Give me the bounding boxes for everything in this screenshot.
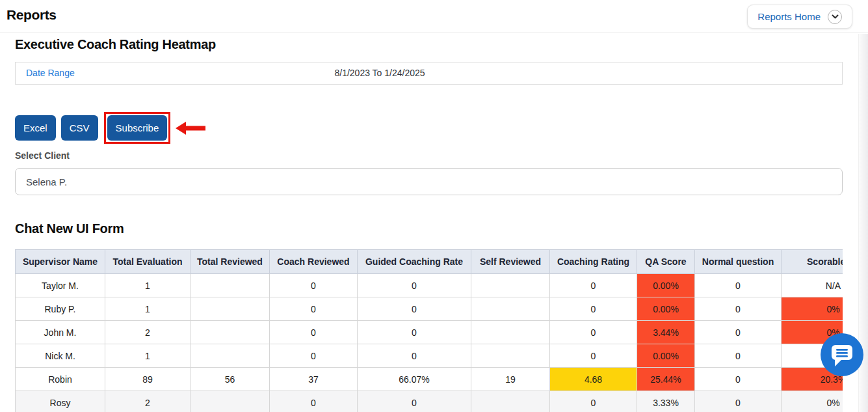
table-cell: 0.00% xyxy=(637,297,695,321)
table-cell: 0 xyxy=(358,321,471,344)
table-cell: 1 xyxy=(105,297,191,321)
table-cell: 0.00% xyxy=(637,344,695,368)
table-cell: 1 xyxy=(105,274,191,297)
table-cell xyxy=(471,297,550,321)
table-row: Ruby P.10000.00%00% xyxy=(16,297,843,321)
table-cell: 0 xyxy=(550,321,637,344)
select-client-label: Select Client xyxy=(15,150,70,161)
table-cell xyxy=(191,391,270,412)
table-cell xyxy=(191,321,270,344)
table-cell xyxy=(191,344,270,368)
table-cell: 3.33% xyxy=(637,391,695,412)
table-cell: 0.00% xyxy=(637,274,695,297)
table-cell: 0 xyxy=(550,344,637,368)
table-cell: 0 xyxy=(270,297,358,321)
table-cell: N/A xyxy=(782,274,843,297)
table-cell: 0 xyxy=(550,297,637,321)
column-header: QA Score xyxy=(637,250,695,274)
table-row: Nick M.10000.00%0 xyxy=(16,344,843,368)
table-cell: 25.44% xyxy=(637,368,695,391)
table-title: Chat New UI Form xyxy=(15,221,124,236)
column-header: Supervisor Name xyxy=(16,250,105,274)
table-cell: 0 xyxy=(358,274,471,297)
table-cell: 0% xyxy=(782,391,843,412)
table-cell: 0 xyxy=(270,321,358,344)
table-cell: 19 xyxy=(471,368,550,391)
column-header: Normal question xyxy=(695,250,782,274)
export-controls: Excel CSV Subscribe xyxy=(15,112,206,144)
csv-button[interactable]: CSV xyxy=(61,115,98,141)
date-range-value: 8/1/2023 To 1/24/2025 xyxy=(16,68,744,78)
table-cell: 56 xyxy=(191,368,270,391)
table-cell: 0 xyxy=(270,344,358,368)
table-cell: John M. xyxy=(16,321,105,344)
date-range-bar: Date Range 8/1/2023 To 1/24/2025 xyxy=(15,62,843,85)
column-header: Scorable Ca xyxy=(782,250,843,274)
table-cell xyxy=(471,391,550,412)
table-cell: 0 xyxy=(270,274,358,297)
table-cell: 0 xyxy=(695,368,782,391)
table-cell xyxy=(471,274,550,297)
table-cell xyxy=(191,297,270,321)
table-cell: 4.68 xyxy=(550,368,637,391)
column-header: Guided Coaching Rate xyxy=(358,250,471,274)
reports-home-button[interactable]: Reports Home xyxy=(747,5,852,29)
table-cell: 0 xyxy=(270,391,358,412)
column-header: Self Reviewed xyxy=(471,250,550,274)
table-cell: 0 xyxy=(695,274,782,297)
report-title: Executive Coach Rating Heatmap xyxy=(15,37,216,52)
table-cell: Nick M. xyxy=(16,344,105,368)
table-cell: 0 xyxy=(550,391,637,412)
table-cell: 89 xyxy=(105,368,191,391)
table-cell: 0 xyxy=(695,391,782,412)
table-header-row: Supervisor NameTotal EvaluationTotal Rev… xyxy=(16,250,843,274)
table-row: Robin89563766.07%194.6825.44%020.3% xyxy=(16,368,843,391)
table-row: Taylor M.10000.00%0N/A xyxy=(16,274,843,297)
table-cell: 0 xyxy=(695,297,782,321)
heatmap-table-container: Supervisor NameTotal EvaluationTotal Rev… xyxy=(15,249,843,412)
table-cell: Robin xyxy=(16,368,105,391)
table-cell: 2 xyxy=(105,391,191,412)
subscribe-highlight-box: Subscribe xyxy=(104,112,171,144)
table-cell xyxy=(191,274,270,297)
column-header: Total Reviewed xyxy=(191,250,270,274)
table-cell: 37 xyxy=(270,368,358,391)
table-row: Rosy20003.33%00% xyxy=(16,391,843,412)
column-header: Total Evaluation xyxy=(105,250,191,274)
table-row: John M.20003.44%00% xyxy=(16,321,843,344)
table-cell: 3.44% xyxy=(637,321,695,344)
table-cell: 0% xyxy=(782,297,843,321)
subscribe-button[interactable]: Subscribe xyxy=(107,115,168,141)
top-bar: Reports Reports Home xyxy=(0,0,868,33)
column-header: Coaching Rating xyxy=(550,250,637,274)
table-cell: 0 xyxy=(550,274,637,297)
client-input[interactable] xyxy=(15,168,843,195)
table-cell: 0 xyxy=(358,391,471,412)
reports-home-label: Reports Home xyxy=(757,11,821,22)
table-cell xyxy=(471,321,550,344)
table-cell: 2 xyxy=(105,321,191,344)
heatmap-table: Supervisor NameTotal EvaluationTotal Rev… xyxy=(15,249,843,412)
table-cell: Rosy xyxy=(16,391,105,412)
table-cell xyxy=(471,344,550,368)
table-cell: 0 xyxy=(695,321,782,344)
table-cell: 1 xyxy=(105,344,191,368)
table-cell: Taylor M. xyxy=(16,274,105,297)
table-cell: 0 xyxy=(695,344,782,368)
column-header: Coach Reviewed xyxy=(270,250,358,274)
chat-bubble-icon[interactable] xyxy=(821,333,863,376)
table-cell: 0 xyxy=(358,297,471,321)
excel-button[interactable]: Excel xyxy=(15,115,56,141)
chevron-down-icon xyxy=(828,10,842,24)
red-left-arrow-icon xyxy=(176,122,206,135)
table-cell: 0 xyxy=(358,344,471,368)
table-cell: 66.07% xyxy=(358,368,471,391)
page-title: Reports xyxy=(7,7,57,23)
table-cell: Ruby P. xyxy=(16,297,105,321)
